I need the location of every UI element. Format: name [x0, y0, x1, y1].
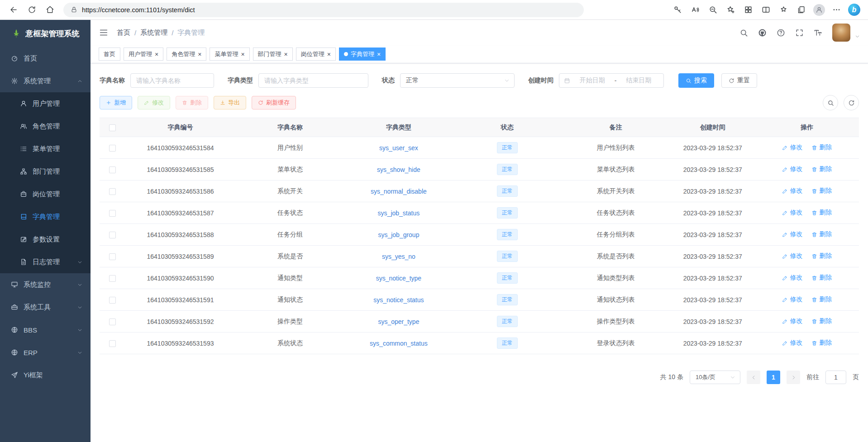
current-page[interactable]: 1 — [767, 371, 780, 384]
sidebar-item[interactable]: 岗位管理 — [0, 183, 91, 205]
tab-close-icon[interactable]: × — [377, 51, 381, 57]
dict-type-link[interactable]: sys_common_status — [370, 340, 428, 347]
sidebar-item[interactable]: 角色管理 — [0, 115, 91, 138]
extensions-button[interactable] — [741, 2, 756, 18]
split-screen-button[interactable] — [758, 2, 773, 18]
row-checkbox[interactable] — [109, 210, 116, 217]
row-checkbox[interactable] — [109, 232, 116, 238]
row-edit-link[interactable]: 修改 — [782, 187, 802, 195]
favorite-add-button[interactable] — [723, 2, 738, 18]
view-tab[interactable]: 菜单管理 × — [210, 48, 249, 61]
sidebar-item[interactable]: Yi框架 — [0, 364, 91, 386]
edit-button[interactable]: 修改 — [138, 96, 170, 109]
search-button[interactable]: 搜索 — [678, 73, 714, 88]
sidebar-item[interactable]: ERP — [0, 341, 91, 364]
row-checkbox[interactable] — [109, 145, 116, 152]
row-checkbox[interactable] — [109, 297, 116, 304]
toggle-search-button[interactable] — [823, 95, 838, 110]
refresh-table-button[interactable] — [844, 95, 859, 110]
zoom-button[interactable] — [706, 2, 720, 18]
read-aloud-button[interactable] — [688, 2, 703, 18]
add-button[interactable]: 新增 — [100, 96, 132, 109]
row-edit-link[interactable]: 修改 — [782, 165, 802, 173]
sidebar-toggle-icon[interactable] — [99, 28, 109, 38]
profile-button[interactable] — [811, 2, 826, 18]
sidebar-item[interactable]: BBS — [0, 318, 91, 341]
sidebar-item[interactable]: 首页 — [0, 47, 91, 70]
next-page-button[interactable] — [787, 371, 800, 384]
row-delete-link[interactable]: 删除 — [811, 295, 832, 304]
collections-button[interactable] — [794, 2, 809, 18]
sidebar-item[interactable]: 菜单管理 — [0, 138, 91, 160]
password-key-button[interactable] — [670, 2, 685, 18]
fullscreen-icon[interactable] — [795, 29, 804, 37]
row-delete-link[interactable]: 删除 — [811, 252, 832, 260]
tab-close-icon[interactable]: × — [155, 51, 158, 57]
breadcrumb-item[interactable]: 字典管理 — [177, 29, 205, 37]
dict-type-link[interactable]: sys_normal_disable — [371, 188, 427, 195]
row-edit-link[interactable]: 修改 — [782, 274, 802, 282]
app-logo[interactable]: 意框架管理系统 — [0, 20, 91, 47]
sidebar-item[interactable]: 用户管理 — [0, 92, 91, 115]
home-button[interactable] — [42, 2, 58, 18]
font-size-icon[interactable] — [814, 29, 822, 37]
row-delete-link[interactable]: 删除 — [811, 209, 832, 217]
dict-type-link[interactable]: sys_yes_no — [382, 253, 415, 260]
sidebar-item[interactable]: 系统管理 — [0, 70, 91, 92]
row-delete-link[interactable]: 删除 — [811, 165, 832, 173]
dict-type-link[interactable]: sys_job_group — [378, 231, 419, 238]
prev-page-button[interactable] — [747, 371, 760, 384]
goto-page-input[interactable] — [825, 371, 846, 384]
dict-type-link[interactable]: sys_notice_status — [373, 296, 424, 304]
header-search-icon[interactable] — [739, 29, 748, 37]
help-icon[interactable] — [777, 29, 785, 37]
dict-type-input[interactable] — [258, 73, 368, 88]
row-checkbox[interactable] — [109, 275, 116, 282]
sidebar-item[interactable]: 部门管理 — [0, 160, 91, 183]
dict-type-link[interactable]: sys_oper_type — [378, 318, 419, 325]
row-checkbox[interactable] — [109, 166, 116, 173]
view-tab[interactable]: 角色管理 × — [167, 48, 206, 61]
row-edit-link[interactable]: 修改 — [782, 230, 802, 238]
tab-close-icon[interactable]: × — [284, 51, 288, 57]
tab-close-icon[interactable]: × — [241, 51, 244, 57]
back-button[interactable] — [5, 2, 22, 18]
row-delete-link[interactable]: 删除 — [811, 317, 832, 325]
user-avatar[interactable] — [832, 24, 850, 42]
sidebar-item[interactable]: 字典管理 — [0, 205, 91, 228]
tab-close-icon[interactable]: × — [327, 51, 331, 57]
dict-type-link[interactable]: sys_user_sex — [379, 144, 418, 152]
sidebar-item[interactable]: 参数设置 — [0, 228, 91, 251]
refresh-cache-button[interactable]: 刷新缓存 — [252, 96, 296, 109]
row-edit-link[interactable]: 修改 — [782, 295, 802, 304]
view-tab[interactable]: 岗位管理 × — [296, 48, 336, 61]
sidebar-item[interactable]: 系统监控 — [0, 273, 91, 296]
row-edit-link[interactable]: 修改 — [782, 209, 802, 217]
dict-name-input[interactable] — [130, 73, 214, 88]
create-time-range-picker[interactable]: 开始日期 - 结束日期 — [559, 73, 664, 88]
row-checkbox[interactable] — [109, 253, 116, 260]
row-delete-link[interactable]: 删除 — [811, 187, 832, 195]
row-delete-link[interactable]: 删除 — [811, 274, 832, 282]
view-tab[interactable]: 用户管理 × — [124, 48, 163, 61]
bing-chat-button[interactable] — [847, 2, 862, 18]
favorites-button[interactable] — [776, 2, 791, 18]
row-edit-link[interactable]: 修改 — [782, 339, 802, 347]
browser-menu-button[interactable] — [829, 2, 844, 18]
breadcrumb-item[interactable]: 首页 / — [117, 29, 140, 37]
row-edit-link[interactable]: 修改 — [782, 317, 802, 325]
row-checkbox[interactable] — [109, 340, 116, 347]
export-button[interactable]: 导出 — [214, 96, 246, 109]
view-tab[interactable]: 部门管理 × — [253, 48, 293, 61]
dict-type-link[interactable]: sys_job_status — [378, 209, 420, 217]
status-select[interactable]: 正常 — [400, 73, 515, 88]
row-edit-link[interactable]: 修改 — [782, 143, 802, 152]
row-delete-link[interactable]: 删除 — [811, 143, 832, 152]
reset-button[interactable]: 重置 — [721, 73, 757, 88]
sidebar-item[interactable]: 日志管理 — [0, 251, 91, 273]
view-tab[interactable]: 字典管理 × — [339, 48, 386, 61]
dict-type-link[interactable]: sys_show_hide — [377, 166, 420, 173]
row-checkbox[interactable] — [109, 318, 116, 325]
tab-close-icon[interactable]: × — [198, 51, 201, 57]
select-all-checkbox[interactable] — [109, 124, 116, 131]
